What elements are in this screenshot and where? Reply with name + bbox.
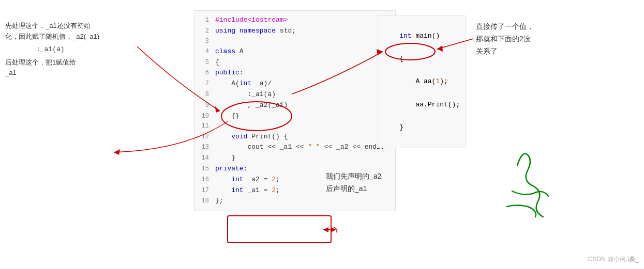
- green-squiggle-3: [507, 205, 536, 217]
- left-annotations: 先处理这个，_a1还没有初始 化，因此赋了随机值，_a2(_a1) :_a1(a…: [5, 21, 140, 78]
- right-annotations: 直接传了一个值， 那就和下面的2没 关系了: [476, 21, 621, 57]
- code-line-5: 5 {: [194, 57, 395, 68]
- code-line-14: 14 }: [194, 153, 395, 164]
- bottom-right-annotations: 我们先声明的_a2 后声明的_a1: [326, 170, 381, 195]
- csdn-watermark: CSDN @小柯J桑_: [588, 255, 639, 264]
- left-annotation-1: 先处理这个，_a1还没有初始 化，因此赋了随机值，_a2(_a1): [5, 21, 140, 42]
- code-line-13: 13 cout << _a1 << " " << _a2 << endl;: [194, 142, 395, 153]
- code-line-6: 6 public:: [194, 68, 395, 78]
- arrow-horizontal-head: [323, 227, 328, 232]
- green-squiggle-2: [512, 191, 548, 196]
- right-text-1: 直接传了一个值， 那就和下面的2没 关系了: [476, 21, 621, 57]
- code-line-8: 8 :_a1(a): [194, 89, 395, 100]
- red-box-private-members: [228, 216, 331, 243]
- code-line-4: 4 class A: [194, 46, 395, 57]
- green-squiggle: [517, 154, 543, 217]
- bottom-annotation-1: 我们先声明的_a2 后声明的_a1: [326, 170, 381, 195]
- code-line-7: 7 A(int _a)/: [194, 78, 395, 89]
- arrow-box-to-annotation: [334, 227, 337, 232]
- left-annotation-code: :_a1(a): [36, 45, 140, 53]
- code-line-9: 9 , _a2(_a1): [194, 100, 395, 111]
- main-code-block: int main() { A aa(1); aa.Print(); }: [378, 15, 466, 148]
- code-line-18: 18 };: [194, 196, 395, 207]
- code-line-2: 2 using namespace std;: [194, 26, 395, 37]
- code-line-12: 12 void Print() {: [194, 132, 395, 143]
- code-line-1: 1 #include<iostream>: [194, 15, 395, 26]
- code-line-3: 3: [194, 37, 395, 46]
- left-annotation-bottom: 后处理这个，把1赋值给 _a1: [5, 57, 140, 79]
- code-line-10: 10 {}: [194, 111, 395, 122]
- main-container: 先处理这个，_a1还没有初始 化，因此赋了随机值，_a2(_a1) :_a1(a…: [0, 0, 644, 269]
- arrow-init-to-left-code-head: [114, 149, 120, 155]
- code-line-11: 11: [194, 121, 395, 131]
